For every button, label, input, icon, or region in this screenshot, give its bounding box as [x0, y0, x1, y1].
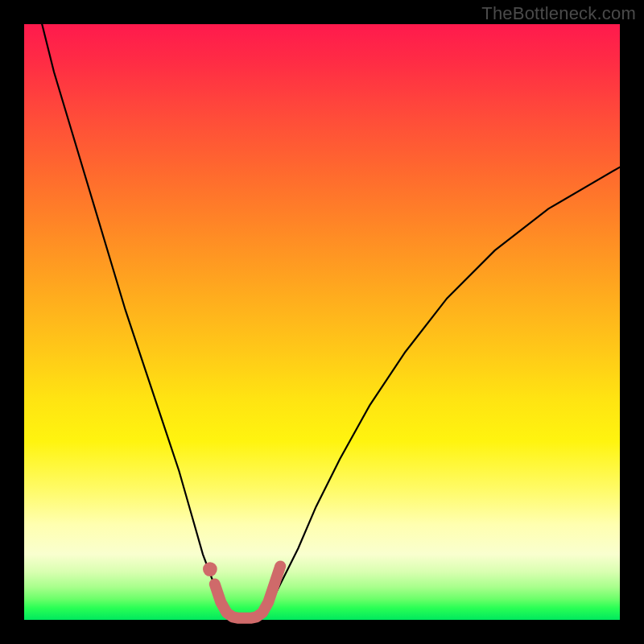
plot-area [24, 24, 620, 620]
bottleneck-highlight [215, 566, 280, 617]
watermark-text: TheBottleneck.com [481, 3, 636, 24]
highlight-dot-icon [203, 562, 217, 576]
curve-layer [24, 24, 620, 620]
chart-frame: TheBottleneck.com [0, 0, 644, 644]
left-curve [42, 24, 233, 617]
right-curve [262, 167, 620, 617]
